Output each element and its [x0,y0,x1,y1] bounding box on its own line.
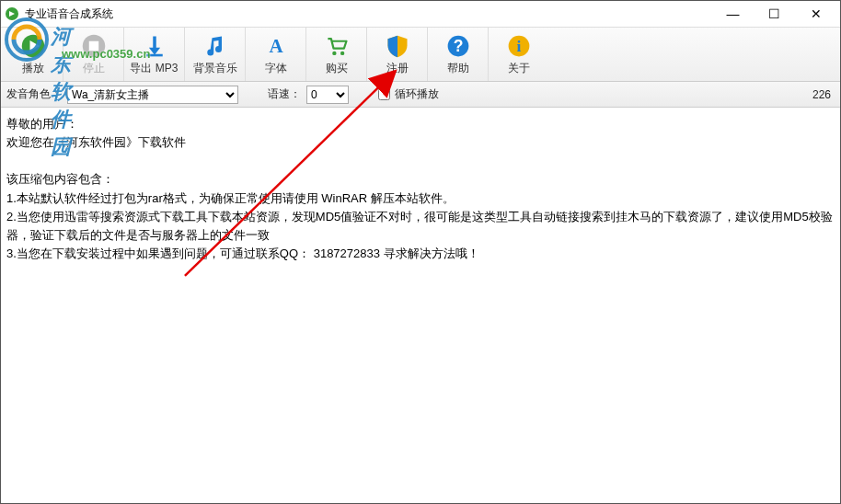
minimize-button[interactable]: — [712,1,754,27]
bgm-button[interactable]: 背景音乐 [185,28,246,81]
loop-label: 循环播放 [395,87,439,100]
font-icon: A [263,33,289,59]
voice-label: 发音角色： [6,86,62,102]
app-icon [5,6,19,21]
buy-button[interactable]: 购买 [306,28,367,81]
export-mp3-icon [142,33,167,59]
register-label: 注册 [386,61,409,76]
about-button[interactable]: i 关于 [489,28,549,81]
export-mp3-label: 导出 MP3 [130,61,178,76]
window-title: 专业语音合成系统 [25,6,712,22]
info-icon: i [506,33,532,59]
content-textarea[interactable]: 尊敬的用户： 欢迎您在《河东软件园》下载软件 该压缩包内容包含： 1.本站默认软… [1,108,840,503]
buy-label: 购买 [326,61,348,76]
maximize-button[interactable]: ☐ [754,1,795,27]
music-note-icon [202,33,228,59]
export-mp3-button[interactable]: 导出 MP3 [124,28,185,81]
bgm-label: 背景音乐 [193,61,237,76]
speed-select[interactable]: 0 [306,86,349,104]
svg-point-7 [340,51,343,54]
svg-text:?: ? [453,37,463,55]
stop-button[interactable]: 停止 [63,28,124,81]
stop-icon [81,33,107,59]
stop-label: 停止 [83,61,105,76]
speed-label: 语速： [268,86,301,102]
play-button[interactable]: 播放 [3,28,63,81]
loop-checkbox[interactable] [378,88,390,100]
font-button[interactable]: A 字体 [246,28,306,81]
svg-text:A: A [269,35,283,57]
char-count: 226 [812,88,831,101]
title-bar: 专业语音合成系统 — ☐ ✕ [1,1,840,27]
play-label: 播放 [22,61,44,76]
play-icon [20,33,46,59]
help-label: 帮助 [447,61,469,76]
cart-icon [324,33,350,59]
main-toolbar: 播放 停止 导出 MP3 背景音乐 A 字体 购买 [1,27,840,82]
help-button[interactable]: ? 帮助 [428,28,489,81]
voice-select[interactable]: Wa_清新女主播 [67,86,238,104]
options-bar: 发音角色： Wa_清新女主播 语速： 0 循环播放 226 [1,82,840,108]
svg-point-6 [332,51,336,54]
svg-rect-3 [88,40,98,51]
shield-icon [385,33,410,59]
register-button[interactable]: 注册 [367,28,428,81]
svg-text:i: i [517,37,522,55]
help-icon: ? [445,33,471,59]
close-button[interactable]: ✕ [795,1,836,27]
about-label: 关于 [508,61,530,76]
font-label: 字体 [265,61,287,76]
svg-rect-4 [146,53,163,56]
loop-checkbox-wrap[interactable]: 循环播放 [378,86,439,102]
window-controls: — ☐ ✕ [712,1,836,27]
